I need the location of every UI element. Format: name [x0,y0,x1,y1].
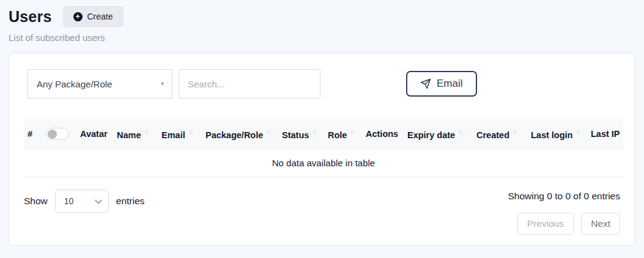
column-header-last-login[interactable]: Last login↑↓ [527,119,587,149]
send-icon [420,78,431,89]
footer-right: Showing 0 to 0 of 0 entries Previous Nex… [508,187,620,235]
page-length-group: Show 10 entries [24,190,144,213]
users-table: # Avatar Name↑↓ Email↑↓ Package/Role↑↓ S… [24,119,623,177]
pagination-controls: Previous Next [508,213,620,235]
column-header-package-role[interactable]: Package/Role↑↓ [202,119,278,149]
email-button-label: Email [437,78,463,90]
table-info: Showing 0 to 0 of 0 entries [508,191,620,202]
column-header-actions: Actions [362,119,404,149]
filter-row: Any Package/Role ▾ Email [28,69,616,98]
users-card: Any Package/Role ▾ Email [9,53,635,246]
page-header: Users + Create [9,6,635,27]
plus-circle-icon: + [73,12,83,21]
users-page: Users + Create List of subscribed users … [0,0,644,254]
sort-icon: ↑↓ [458,128,462,135]
column-header-select-all [42,119,76,149]
empty-row: No data available in table [24,149,623,177]
column-header-name[interactable]: Name↑↓ [113,119,158,149]
page-title: Users [9,8,52,26]
page-subtitle: List of subscribed users [9,32,635,43]
entries-label: entries [116,196,145,207]
column-header-role[interactable]: Role↑↓ [324,119,362,149]
select-all-toggle[interactable] [46,128,69,140]
column-header-email[interactable]: Email↑↓ [158,119,202,149]
table-footer: Show 10 entries Showing 0 to 0 of 0 entr… [24,187,620,235]
previous-button[interactable]: Previous [517,213,574,235]
column-header-expiry-date[interactable]: Expiry date↑↓ [404,119,473,149]
column-header-last-ip: Last IP [587,119,623,149]
sort-icon: ↑↓ [266,128,270,135]
column-header-index: # [24,119,42,149]
package-role-select[interactable]: Any Package/Role [28,69,172,98]
sort-icon: ↑↓ [188,128,192,135]
package-role-select-wrap: Any Package/Role ▾ [28,69,172,98]
search-input[interactable] [179,69,320,98]
sort-icon: ↑↓ [144,128,148,135]
create-button[interactable]: + Create [63,6,124,27]
next-button[interactable]: Next [581,213,620,235]
create-button-label: Create [87,12,113,21]
page-length-select-wrap: 10 [55,190,109,213]
empty-message: No data available in table [24,149,623,177]
email-button[interactable]: Email [406,71,477,97]
sort-icon: ↑↓ [312,128,316,135]
table-header-row: # Avatar Name↑↓ Email↑↓ Package/Role↑↓ S… [24,119,623,149]
column-header-created[interactable]: Created↑↓ [473,119,527,149]
column-header-status[interactable]: Status↑↓ [278,119,324,149]
sort-icon: ↑↓ [576,128,579,135]
sort-icon: ↑↓ [350,128,353,135]
show-label: Show [24,196,48,207]
page-length-select[interactable]: 10 [55,190,109,213]
toggle-knob [48,130,57,139]
sort-icon: ↑↓ [513,128,516,135]
column-header-avatar: Avatar [76,119,113,149]
